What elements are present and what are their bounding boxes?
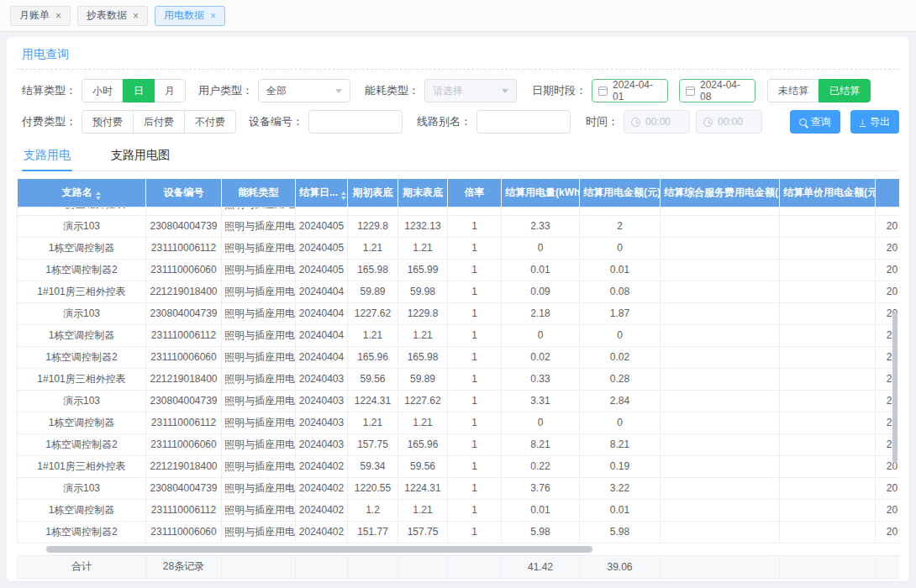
table-cell: 1229.8 — [398, 302, 448, 324]
summary-cell — [876, 555, 900, 578]
horizontal-scrollbar-thumb[interactable] — [46, 546, 592, 553]
time-start-input: 00:00 — [624, 110, 690, 134]
table-cell: 1 — [448, 237, 502, 259]
settled-button[interactable]: 已结算 — [819, 79, 871, 102]
table-cell: 20240403 — [296, 412, 348, 433]
date-end-input[interactable]: 2024-04-08 — [679, 79, 755, 102]
table-cell: 照明与插座用电 — [222, 368, 296, 390]
table-cell — [780, 390, 876, 412]
sort-icon[interactable] — [341, 192, 346, 200]
table-cell: 1232.13 — [398, 215, 448, 237]
table-container: 支路名 设备编号 能耗类型 结算日... 期初表底 期末表底 倍率 结算用电量(… — [17, 179, 899, 579]
table-cell: 1.21 — [398, 237, 448, 259]
table-cell: 照明与插座用电 — [222, 259, 296, 281]
table-row: 1#101房三相外控表221219018400照明与插座用电2024040459… — [18, 281, 900, 302]
settle-type-day-button[interactable]: 日 — [123, 79, 155, 102]
settle-type-group: 小时 日 月 — [82, 79, 186, 102]
settle-type-hour-button[interactable]: 小时 — [82, 79, 124, 102]
table-cell — [661, 390, 780, 412]
prepaid-button[interactable]: 预付费 — [82, 110, 134, 134]
tab-branch-power-chart[interactable]: 支路用电图 — [109, 143, 171, 171]
user-type-select[interactable]: 全部 — [258, 79, 350, 102]
table-cell: 8.21 — [502, 433, 580, 455]
header-settle-kwh[interactable]: 结算用电量(kWh... — [502, 179, 580, 207]
settle-status-group: 未结算 已结算 — [767, 79, 871, 102]
clock-icon — [631, 118, 640, 127]
table-row: 演示103230804004739照明与插座用电202404031224.311… — [18, 390, 900, 412]
table-cell: 照明与插座用电 — [222, 455, 296, 477]
summary-table: 合计28条记录41.4239.06 — [17, 555, 899, 579]
table-cell: 20 — [876, 259, 900, 281]
table-cell: 0.09 — [502, 281, 580, 302]
table-cell: 照明与插座用电 — [222, 477, 296, 499]
partial-table-row: 1#101房三相外控表照明与插座用电 — [18, 207, 900, 215]
table-cell: 照明与插座用电 — [222, 237, 296, 259]
table-cell: 1栋空调控制器 — [18, 324, 146, 346]
table-header: 支路名 设备编号 能耗类型 结算日... 期初表底 期末表底 倍率 结算用电量(… — [18, 179, 900, 207]
close-icon[interactable]: × — [133, 11, 139, 21]
table-cell: 165.98 — [398, 346, 448, 368]
table-cell — [661, 477, 780, 499]
close-icon[interactable]: × — [210, 11, 216, 21]
line-alias-label: 线路别名： — [417, 114, 471, 129]
header-settle-date[interactable]: 结算日... — [296, 179, 348, 207]
vertical-scrollbar-thumb[interactable] — [892, 312, 898, 463]
close-icon[interactable]: × — [55, 11, 61, 21]
page-tab-meter-reading[interactable]: 抄表数据 × — [77, 6, 148, 26]
device-no-input[interactable] — [308, 110, 403, 134]
table-cell — [661, 215, 780, 237]
summary-cell — [222, 555, 296, 578]
summary-cell: 合计 — [18, 555, 146, 578]
page-title: 用电查询 — [17, 45, 899, 69]
divider — [17, 69, 899, 70]
app-window: 月账单 × 抄表数据 × 用电数据 × 用电查询 结算类型： 小时 日 月 用户… — [0, 0, 916, 588]
header-settle-amount[interactable]: 结算用电金额(元)... — [580, 179, 661, 207]
table-cell: 演示103 — [18, 215, 146, 237]
table-cell: 231110006112 — [146, 324, 222, 346]
chevron-down-icon — [335, 89, 342, 93]
table-cell: 1#101房三相外控表 — [18, 207, 146, 215]
table-cell: 20240405 — [296, 215, 348, 237]
page-tab-power-data[interactable]: 用电数据 × — [155, 6, 225, 26]
table-cell: 3.76 — [502, 477, 580, 499]
table-cell: 1 — [448, 324, 502, 346]
page-tab-monthly-bill[interactable]: 月账单 × — [10, 6, 71, 26]
table-cell — [661, 237, 780, 259]
sort-icon[interactable] — [96, 192, 101, 200]
table-cell: 1#101房三相外控表 — [18, 281, 146, 302]
table-cell: 165.96 — [398, 433, 448, 455]
table-cell: 1 — [448, 455, 502, 477]
table-cell: 0.01 — [580, 499, 661, 521]
nonpaid-button[interactable]: 不付费 — [184, 110, 236, 134]
table-row: 1栋空调控制器231110006112照明与插座用电202404051.211.… — [18, 237, 900, 259]
top-tag-bar: 月账单 × 抄表数据 × 用电数据 × — [0, 0, 916, 32]
time-start-value: 00:00 — [645, 116, 671, 128]
table-cell — [780, 368, 876, 390]
table-cell: 20240403 — [296, 433, 348, 455]
unsettled-button[interactable]: 未结算 — [767, 79, 819, 102]
table-cell: 20240404 — [296, 281, 348, 302]
line-alias-input[interactable] — [476, 110, 571, 134]
search-button[interactable]: 查询 — [790, 110, 840, 134]
table-cell: 1栋空调控制器2 — [18, 259, 146, 281]
table-cell: 1#101房三相外控表 — [18, 368, 146, 390]
table-cell: 1 — [448, 412, 502, 433]
settle-type-label: 结算类型： — [22, 83, 76, 98]
postpaid-button[interactable]: 后付费 — [133, 110, 185, 134]
table-cell — [398, 207, 448, 215]
table-cell: 230804004739 — [146, 302, 222, 324]
tab-branch-power[interactable]: 支路用电 — [22, 143, 72, 171]
table-cell: 照明与插座用电 — [222, 521, 296, 543]
table-cell: 59.89 — [398, 368, 448, 390]
settle-type-month-button[interactable]: 月 — [154, 79, 186, 102]
date-start-input[interactable]: 2024-04-01 — [592, 79, 668, 102]
header-branch-name[interactable]: 支路名 — [18, 179, 146, 207]
table-cell: 231110006060 — [146, 521, 222, 543]
energy-type-label: 能耗类型： — [365, 83, 419, 98]
export-button[interactable]: ↓ 导出 — [850, 110, 900, 134]
table-cell: 20 — [876, 281, 900, 302]
table-cell — [502, 207, 580, 215]
header-service-fee-amount: 结算综合服务费用电金额(元) — [661, 179, 780, 207]
table-cell: 2 — [580, 215, 661, 237]
table-cell: 演示103 — [18, 477, 146, 499]
